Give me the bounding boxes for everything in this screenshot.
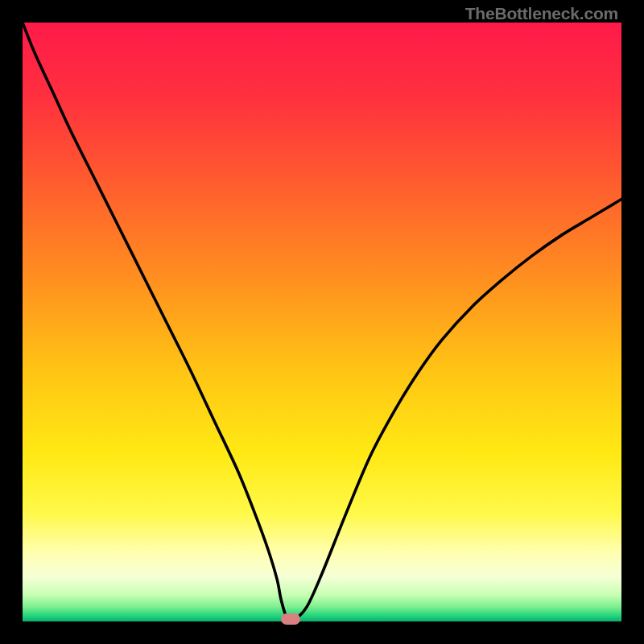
watermark-text: TheBottleneck.com bbox=[465, 4, 618, 23]
bottleneck-chart bbox=[23, 23, 621, 621]
gradient-background bbox=[23, 23, 621, 621]
chart-frame bbox=[23, 23, 621, 621]
optimal-point-marker bbox=[281, 613, 300, 625]
